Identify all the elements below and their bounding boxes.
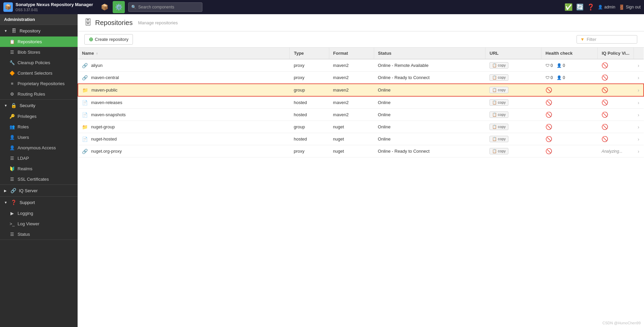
sidebar-item-privileges[interactable]: 🔑 Privileges — [0, 111, 78, 122]
sidebar-section-iq: ▶ 🔗 IQ Server — [0, 185, 78, 197]
navbar: 📦 Sonatype Nexus Repository Manager OSS … — [0, 0, 644, 14]
table-row[interactable]: 📄maven-snapshotshostedmaven2Online📋 copy… — [78, 109, 644, 121]
table-row[interactable]: 🔗maven-centralproxymaven2Online - Ready … — [78, 72, 644, 84]
proprietary-repositories-label: Proprietary Repositories — [18, 81, 64, 86]
cell-format: maven2 — [329, 84, 374, 96]
cell-url: 📋 copy — [485, 133, 541, 145]
sidebar-item-blob-stores[interactable]: ☰ Blob Stores — [0, 47, 78, 57]
sidebar-item-roles[interactable]: 👥 Roles — [0, 122, 78, 132]
row-type-icon: 📄 — [82, 112, 88, 118]
cell-expand[interactable]: › — [634, 121, 644, 133]
sidebar-item-users[interactable]: 👤 Users — [0, 132, 78, 143]
cleanup-policies-label: Cleanup Policies — [18, 60, 50, 65]
cell-health: 🚫 — [541, 109, 598, 121]
cell-type: proxy — [290, 59, 329, 72]
cell-iq: 🚫 — [597, 109, 634, 121]
sidebar-item-ldap[interactable]: ☰ LDAP — [0, 153, 78, 164]
sidebar-item-status[interactable]: ☰ Status — [0, 229, 78, 240]
signout-button[interactable]: 🚪 Sign out — [619, 4, 641, 10]
chevron-down-icon-support: ▼ — [4, 201, 7, 204]
sidebar-item-ssl-certificates[interactable]: ☰ SSL Certificates — [0, 174, 78, 184]
filter-input[interactable]: ▼ Filter — [577, 35, 637, 44]
cell-expand[interactable]: › — [634, 84, 644, 96]
health-person-icon: 👤 0 — [557, 63, 565, 68]
sidebar-item-routing-rules[interactable]: ⚙ Routing Rules — [0, 89, 78, 99]
col-header-iq[interactable]: IQ Policy Vi... — [597, 48, 634, 59]
sidebar-item-repositories[interactable]: 📋 Repositories — [0, 36, 78, 47]
copy-url-button[interactable]: 📋 copy — [489, 74, 508, 81]
cell-expand[interactable]: › — [634, 133, 644, 145]
ldap-label: LDAP — [18, 156, 29, 161]
sidebar-section-header-support[interactable]: ▼ ❓ Support — [0, 197, 78, 208]
cell-name: 📄maven-releases — [78, 96, 290, 109]
cell-expand[interactable]: › — [634, 72, 644, 84]
user-menu[interactable]: 👤 admin — [598, 5, 615, 9]
brand-version: OSS 3.37.0-01 — [16, 8, 93, 12]
search-box[interactable]: 🔍 Search components — [128, 2, 202, 12]
sidebar-item-cleanup-policies[interactable]: 🔧 Cleanup Policies — [0, 57, 78, 68]
logging-icon: ▶ — [9, 211, 15, 216]
copy-url-button[interactable]: 📋 copy — [489, 62, 508, 69]
sidebar-section-header-security[interactable]: ▼ 🔒 Security — [0, 100, 78, 111]
repo-name: maven-central — [91, 75, 119, 80]
chevron-right-icon-iq: ▶ — [4, 189, 7, 193]
table-header-row: Name ↑ Type Format Status URL Health che… — [78, 48, 644, 59]
cell-expand[interactable]: › — [634, 109, 644, 121]
privileges-label: Privileges — [18, 114, 36, 119]
status-check-icon: ✅ — [564, 3, 573, 11]
settings-icon-btn[interactable]: ⚙️ — [113, 1, 125, 13]
sidebar: Administration ▼ 🗄 Repository 📋 Reposito… — [0, 14, 78, 327]
cell-expand[interactable]: › — [634, 96, 644, 109]
support-icon: ❓ — [11, 200, 17, 205]
col-header-name[interactable]: Name ↑ — [78, 48, 290, 59]
sidebar-item-content-selectors[interactable]: 🔶 Content Selectors — [0, 68, 78, 78]
repo-name: nuget-hosted — [91, 136, 117, 142]
table-row[interactable]: 📁maven-publicgroupmaven2Online📋 copy🚫🚫› — [78, 84, 644, 96]
anonymous-access-label: Anonymous Access — [18, 145, 56, 150]
sidebar-item-realms[interactable]: 🔰 Realms — [0, 164, 78, 174]
col-header-health[interactable]: Health check — [541, 48, 598, 59]
content-area: 🗄 Repositories Manage repositories ⊕ Cre… — [78, 14, 644, 327]
users-icon: 👤 — [9, 135, 15, 140]
sidebar-item-proprietary-repositories[interactable]: ≡ Proprietary Repositories — [0, 78, 78, 89]
table-row[interactable]: 🔗nuget.org-proxyproxynugetOnline - Ready… — [78, 145, 644, 157]
sidebar-item-log-viewer[interactable]: >_ Log Viewer — [0, 219, 78, 229]
copy-url-button[interactable]: 📋 copy — [489, 136, 508, 142]
cell-type: proxy — [290, 72, 329, 84]
help-icon[interactable]: ❓ — [587, 3, 594, 11]
cell-status: Online — [374, 109, 485, 121]
chevron-down-icon-security: ▼ — [4, 104, 7, 107]
browse-icon-btn[interactable]: 📦 — [99, 1, 111, 13]
repo-name: nuget.org-proxy — [91, 149, 122, 154]
cell-status: Online — [374, 96, 485, 109]
cell-format: maven2 — [329, 72, 374, 84]
create-repository-button[interactable]: ⊕ Create repository — [84, 34, 133, 45]
repo-name: nuget-group — [91, 124, 115, 129]
refresh-icon[interactable]: 🔄 — [576, 3, 584, 11]
col-header-url[interactable]: URL — [485, 48, 541, 59]
col-header-status[interactable]: Status — [374, 48, 485, 59]
col-header-type[interactable]: Type — [290, 48, 329, 59]
col-header-format[interactable]: Format — [329, 48, 374, 59]
brand-icon: 📦 — [3, 2, 13, 12]
table-row[interactable]: 📄maven-releaseshostedmaven2Online📋 copy🚫… — [78, 96, 644, 109]
table-row[interactable]: 📄nuget-hostedhostednugetOnline📋 copy🚫🚫› — [78, 133, 644, 145]
content-toolbar: ⊕ Create repository ▼ Filter — [78, 31, 644, 48]
table-row[interactable]: 📁nuget-groupgroupnugetOnline📋 copy🚫🚫› — [78, 121, 644, 133]
copy-url-button[interactable]: 📋 copy — [489, 148, 508, 154]
copy-url-button[interactable]: 📋 copy — [489, 111, 508, 118]
copy-url-button[interactable]: 📋 copy — [489, 99, 508, 106]
copy-url-button[interactable]: 📋 copy — [489, 124, 508, 130]
sidebar-item-anonymous-access[interactable]: 👤 Anonymous Access — [0, 143, 78, 153]
cell-expand[interactable]: › — [634, 145, 644, 157]
sidebar-section-header-iq[interactable]: ▶ 🔗 IQ Server — [0, 185, 78, 196]
sidebar-item-logging[interactable]: ▶ Logging — [0, 208, 78, 219]
table-row[interactable]: 🔗aliyunproxymaven2Online - Remote Availa… — [78, 59, 644, 72]
copy-url-button[interactable]: 📋 copy — [489, 87, 508, 93]
user-icon: 👤 — [598, 5, 603, 9]
cell-expand[interactable]: › — [634, 59, 644, 72]
sidebar-section-header-repository[interactable]: ▼ 🗄 Repository — [0, 25, 78, 36]
repositories-table-container: Name ↑ Type Format Status URL Health che… — [78, 48, 644, 327]
cell-name: 📁maven-public — [78, 84, 290, 96]
health-check-unavail-icon: 🚫 — [545, 100, 552, 105]
